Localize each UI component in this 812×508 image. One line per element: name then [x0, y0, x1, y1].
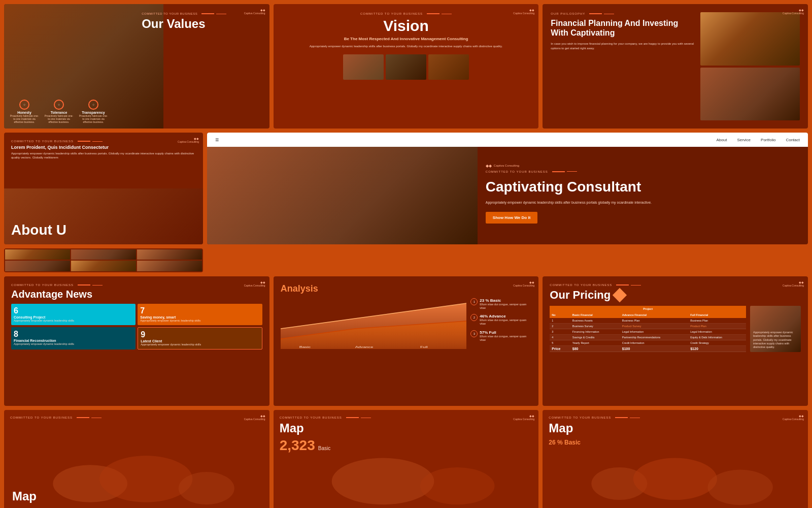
tolerance-icon: ○	[54, 100, 64, 110]
show-how-button[interactable]: Show How We Do It	[486, 212, 538, 224]
svg-point-12	[708, 470, 773, 505]
map2-title: Map	[280, 421, 533, 435]
slide-about: ◆◆Captiva Consulting Committed To Your B…	[4, 133, 203, 244]
nav-portfolio[interactable]: Portfolio	[761, 138, 775, 142]
row2: ◆◆Captiva Consulting Committed To Your B…	[4, 133, 808, 272]
legend-text-2: Ellum vitae dui congue, semper quam vita…	[480, 319, 531, 326]
analysis-chart: Basic Advance Full	[281, 298, 467, 349]
pricing-row-2: 2 Business Survey Product Survey Product…	[550, 324, 746, 329]
slide-values: ◆◆Captiva Consulting Committed To Your B…	[4, 4, 269, 129]
grid-photo-3	[137, 249, 202, 260]
map2-sublabel: Basic	[318, 446, 330, 451]
map2-label: Committed To Your Business	[280, 416, 533, 419]
map3-bg	[543, 456, 808, 508]
value-honesty: ○ Honesty Proactively fabricate one-to-o…	[9, 100, 40, 123]
captivating-label: Committed To Your Business	[486, 170, 800, 173]
vision-photos	[343, 54, 469, 80]
row4: ◆◆Captiva Consulting Committed To Your B…	[4, 410, 808, 508]
brand-logo-about: ◆◆Captiva Consulting	[178, 137, 199, 143]
grid-photo-6	[137, 261, 202, 271]
pricing-row-1: 1 Business Assets Business Plan Business…	[550, 318, 746, 324]
nav-links: About Service Portfolio Contact	[716, 138, 800, 142]
pricing-row-4: 4 Savings & Credits Partnership Recommen…	[550, 335, 746, 340]
vision-photo-2	[386, 54, 426, 80]
map1-bg	[4, 456, 269, 508]
grid-photo-5	[71, 261, 136, 271]
analysis-legend: 1 23 % Basic Ellum vitae dui congue, sem…	[470, 298, 531, 349]
price-label: Price	[550, 346, 570, 352]
about-lorem: Lorem Proident, Quis Incididunt Consecte…	[11, 145, 196, 150]
slide-map-2: ◆◆Captiva Consulting Committed To Your B…	[274, 410, 539, 508]
vision-committed-label: Committed To Your Business	[360, 12, 452, 15]
svg-point-7	[179, 472, 234, 504]
svg-point-9	[420, 467, 494, 504]
captivating-desc: Appropriately empower dynamic leadership…	[486, 200, 800, 206]
brand-logo-cap: ◆◆ Captiva Consulting	[486, 164, 800, 168]
brand-logo-news: ◆◆Captiva Consulting	[244, 280, 265, 287]
financial-content: Our Philosophy Financial Planning And In…	[551, 12, 700, 120]
brand-logo-financial: ◆◆Captiva Consulting	[783, 8, 804, 15]
svg-point-11	[633, 458, 717, 500]
captivating-title: Captivating Consultant	[486, 178, 800, 196]
slide-pricing: ◆◆Captiva Consulting Committed To Your B…	[543, 276, 808, 406]
slide-captivating: ≡ About Service Portfolio Contact ◆◆ Cap…	[207, 133, 808, 244]
brand-logo-map2: ◆◆Captiva Consulting	[513, 414, 534, 421]
about-title: About U	[11, 222, 66, 238]
news-item-3: 8 Financial Reconstruction Appropriately…	[11, 327, 136, 350]
values-title: Our Values	[142, 17, 261, 30]
chart-svg: Basic Advance Full	[281, 298, 467, 349]
financial-photo-2	[700, 68, 800, 121]
slide-financial: ◆◆Captiva Consulting Our Philosophy Fina…	[543, 4, 808, 129]
map3-label: Committed To Your Business	[549, 416, 802, 419]
value-transparency: ○ Transparency Proactively fabricate one…	[78, 100, 109, 123]
brand-logo-map3: ◆◆Captiva Consulting	[783, 414, 804, 421]
news-item-4: 9 Latest Client Appropriately empower dy…	[138, 327, 262, 350]
transparency-icon: ○	[88, 100, 98, 110]
svg-text:Advance: Advance	[355, 345, 373, 348]
nav-contact[interactable]: Contact	[786, 138, 800, 142]
map2-svg	[274, 456, 539, 508]
grid-photo-1	[5, 249, 70, 260]
map2-value: 2,323	[280, 437, 315, 454]
slide-analysis: ◆◆Captiva Consulting Analysis	[274, 276, 539, 406]
financial-desc: In case you wish to improve financial pl…	[551, 42, 695, 50]
col-basic: Basic Financial	[570, 312, 620, 318]
legend-pct-2: 46% Advance	[480, 314, 531, 319]
col-advance: Advance Financial	[620, 312, 688, 318]
map2-bg	[274, 456, 539, 508]
map3-svg	[543, 456, 808, 508]
nav-service[interactable]: Service	[737, 138, 751, 142]
legend-text-1: Ellum vitae dui congue, semper quam vita…	[480, 303, 531, 310]
news-item-2: 7 Saving money, smart Appropriately empo…	[138, 304, 262, 325]
nav-about[interactable]: About	[716, 138, 727, 142]
slide-photo-grid	[4, 248, 203, 272]
news-label: Committed To Your Business	[11, 283, 262, 287]
pricing-price-row: Price $80 $100 $120	[550, 346, 746, 352]
svg-text:Basic: Basic	[299, 345, 311, 348]
pricing-project-header: Project	[550, 306, 746, 312]
news-item-1: 6 Consulting Project Appropriately empow…	[11, 304, 136, 325]
vision-photo-3	[428, 54, 469, 80]
honesty-icon: ○	[19, 100, 29, 110]
map3-pct: 26 % Basic	[549, 439, 581, 446]
col-no: No	[550, 312, 570, 318]
navigation-bar: ≡ About Service Portfolio Contact	[207, 133, 808, 147]
pricing-diamond-icon	[613, 288, 627, 302]
news-title: Advantage News	[11, 289, 262, 300]
vision-photo-1	[343, 54, 384, 80]
analysis-content: Basic Advance Full 1 23 % Basic Ellum vi…	[281, 298, 532, 349]
hamburger-icon[interactable]: ≡	[215, 136, 219, 143]
slide-map-3: ◆◆Captiva Consulting Committed To Your B…	[543, 410, 808, 508]
map1-label: Committed To Your Business	[10, 416, 263, 419]
map3-title: Map	[549, 421, 802, 435]
financial-photos	[700, 12, 800, 120]
legend-item-2: 2 46% Advance Ellum vitae dui congue, se…	[470, 314, 531, 326]
financial-label: Our Philosophy	[551, 12, 695, 15]
about-committed-label: Committed To Your Business	[11, 140, 196, 143]
pricing-label: Committed To Your Business	[550, 283, 801, 287]
values-list: ○ Honesty Proactively fabricate one-to-o…	[9, 100, 109, 123]
vision-title: Vision	[383, 17, 428, 35]
values-committed-label: Committed To Your Business	[142, 12, 261, 15]
pricing-image: Appropriately empower dynamic leadership…	[750, 306, 801, 352]
legend-item-1: 1 23 % Basic Ellum vitae dui congue, sem…	[470, 298, 531, 310]
